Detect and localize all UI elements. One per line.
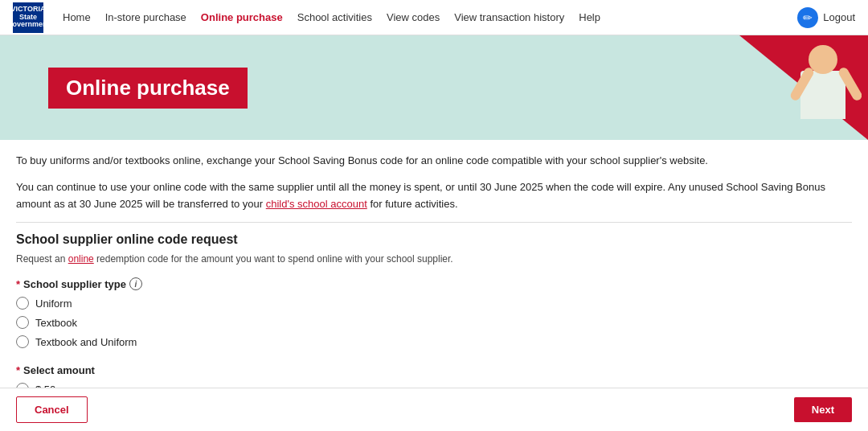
sub-text-pre: Request an	[16, 253, 68, 265]
supplier-option-uniform[interactable]: Uniform	[16, 297, 852, 310]
radio-textbook-label: Textbook	[35, 317, 77, 329]
intro-paragraph-2: You can continue to use your online code…	[16, 179, 852, 213]
logo-text-line3: Government	[7, 21, 50, 29]
amount-label: * Select amount	[16, 364, 852, 376]
radio-textbook[interactable]	[16, 316, 29, 329]
user-icon: ✏	[797, 7, 818, 28]
intro-text-1: To buy uniforms and/or textbooks online,…	[16, 154, 708, 166]
page-title: Online purchase	[48, 68, 248, 109]
site-logo: VICTORIA State Government	[13, 2, 43, 33]
nav-instore-purchase[interactable]: In-store purchase	[105, 11, 186, 23]
nav-links: Home In-store purchase Online purchase S…	[63, 11, 797, 23]
nav-right: ✏ Logout	[797, 7, 855, 28]
sub-text-post: redemption code for the amount you want …	[94, 253, 453, 265]
supplier-type-label-text: School supplier type	[23, 278, 126, 290]
radio-uniform-label: Uniform	[35, 298, 72, 310]
supplier-option-textbook-uniform[interactable]: Textbook and Uniform	[16, 335, 852, 348]
footer-bar: Cancel Next	[0, 388, 868, 431]
form-sub-text: Request an online redemption code for th…	[16, 253, 852, 265]
nav-help[interactable]: Help	[579, 11, 600, 23]
intro-text-2-post: for future activities.	[367, 198, 458, 210]
info-icon-supplier[interactable]: i	[129, 277, 142, 290]
cancel-button[interactable]: Cancel	[16, 396, 88, 423]
hero-corner-decoration	[739, 35, 868, 140]
required-asterisk-supplier: *	[16, 278, 20, 290]
supplier-option-textbook[interactable]: Textbook	[16, 316, 852, 329]
supplier-type-radio-group: Uniform Textbook Textbook and Uniform	[16, 297, 852, 348]
nav-transaction-history[interactable]: View transaction history	[454, 11, 564, 23]
navigation: VICTORIA State Government Home In-store …	[0, 0, 868, 35]
nav-home[interactable]: Home	[63, 11, 91, 23]
nav-school-activities[interactable]: School activities	[297, 11, 372, 23]
intro-paragraph-1: To buy uniforms and/or textbooks online,…	[16, 153, 852, 170]
logout-button[interactable]: Logout	[823, 11, 855, 23]
hero-image	[773, 42, 862, 138]
radio-uniform[interactable]	[16, 297, 29, 310]
required-asterisk-amount: *	[16, 364, 20, 376]
victoria-logo: VICTORIA State Government	[13, 2, 43, 33]
online-link[interactable]: online	[68, 253, 94, 265]
hero-banner: Online purchase	[0, 35, 868, 140]
nav-view-codes[interactable]: View codes	[387, 11, 440, 23]
section-title: School supplier online code request	[16, 232, 852, 247]
section-divider	[16, 222, 852, 223]
supplier-type-label: * School supplier type i	[16, 277, 852, 290]
nav-online-purchase[interactable]: Online purchase	[201, 11, 283, 23]
radio-textbook-uniform[interactable]	[16, 335, 29, 348]
intro-link-child-account[interactable]: child's school account	[266, 198, 367, 210]
radio-textbook-uniform-label: Textbook and Uniform	[35, 336, 137, 348]
amount-label-text: Select amount	[23, 364, 95, 376]
next-button[interactable]: Next	[794, 397, 852, 422]
